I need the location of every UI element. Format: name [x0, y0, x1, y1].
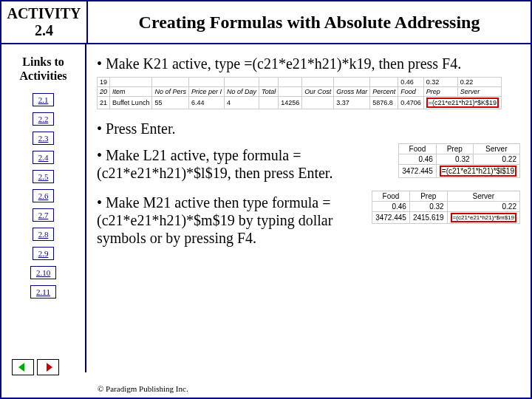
sidebar-item-2-8[interactable]: 2.8: [33, 228, 55, 241]
colhdr: Percent: [370, 87, 398, 97]
sidebar-item-2-11[interactable]: 2.11: [30, 285, 56, 299]
formula-highlight-1: =(c21*e21*h21)*$K$19: [426, 98, 499, 108]
sidebar-item-2-3[interactable]: 2.3: [33, 132, 55, 145]
colhdr: Price per I: [188, 87, 224, 97]
colhdr: Food: [372, 191, 410, 202]
colhdr: Prep: [436, 144, 473, 154]
cell: 0.46: [398, 78, 424, 87]
cell: [302, 97, 334, 109]
cell: 3472.445: [399, 165, 437, 178]
cell: 0.32: [436, 154, 473, 165]
sidebar-item-2-2[interactable]: 2.2: [33, 112, 55, 126]
colhdr: No of Pers: [152, 87, 189, 97]
cell: 0.4706: [398, 97, 424, 109]
cell: 5876.8: [370, 97, 398, 109]
page-title: Creating Formulas with Absolute Addressi…: [88, 1, 531, 43]
colhdr: Prep: [409, 191, 447, 202]
sidebar-item-2-1[interactable]: 2.1: [33, 93, 55, 106]
cell: 0.46: [399, 154, 437, 165]
bullet-3-post: , then press Enter.: [228, 165, 333, 181]
sidebar-item-2-7[interactable]: 2.7: [33, 208, 55, 222]
sidebar-item-2-6[interactable]: 2.6: [33, 189, 55, 202]
cell: 55: [152, 97, 189, 109]
svg-marker-1: [47, 363, 52, 372]
colhdr: Total: [259, 87, 278, 97]
copyright: © Paradigm Publishing Inc.: [98, 384, 188, 393]
colhdr: Our Cost: [302, 87, 334, 97]
bullet-2: • Press Enter.: [97, 120, 520, 137]
cell: 3472.445: [372, 212, 410, 224]
bullet-1-post: , then press F4.: [372, 55, 462, 72]
cell: 0.32: [409, 202, 447, 212]
svg-marker-0: [18, 363, 24, 372]
sidebar-item-2-5[interactable]: 2.5: [33, 170, 55, 183]
spreadsheet-preview-2: Food Prep Server 0.46 0.32 0.22 3472.445…: [398, 143, 520, 178]
body: Links to Activities 2.1 2.2 2.3 2.4 2.5 …: [1, 44, 531, 372]
rownum: 21: [98, 97, 110, 109]
cell: 3.37: [334, 97, 370, 109]
cell: 4: [224, 97, 259, 109]
spreadsheet-preview-3: Food Prep Server 0.46 0.32 0.22 3472.445…: [372, 191, 520, 224]
colhdr: Item: [110, 87, 152, 97]
cell-highlight: =(c21*e21*h21)*$K$19: [423, 97, 501, 109]
spreadsheet-preview-1: 19 0.46 0.32 0.22 20 Item No of Pers Pri…: [97, 77, 502, 109]
cell: [259, 97, 278, 109]
colhdr: No of Day: [224, 87, 259, 97]
arrow-right-icon: [42, 362, 54, 372]
colhdr: [279, 87, 302, 97]
cell-highlight: =(c21*e21*h21)*$l$19: [436, 165, 519, 178]
bullet-3-pre: • Make L21 active, type formula: [97, 147, 293, 163]
arrow-left-icon: [17, 362, 29, 372]
rownum: 20: [98, 87, 110, 97]
cell: 0.22: [473, 154, 519, 165]
cell: 2415.619: [409, 212, 447, 224]
cell: 0.46: [372, 202, 410, 212]
colhdr: Prep: [423, 87, 457, 97]
slide-root: ACTIVITY 2.4 Creating Formulas with Abso…: [0, 0, 532, 399]
colhdr: Food: [398, 87, 424, 97]
rownum: 19: [98, 78, 110, 87]
activity-number: ACTIVITY 2.4: [1, 1, 88, 43]
colhdr: Server: [447, 191, 519, 202]
nav-controls: [12, 359, 59, 375]
cell-highlight: =(c21*e21*h21)*$m$19: [447, 212, 519, 224]
sidebar: Links to Activities 2.1 2.2 2.3 2.4 2.5 …: [1, 44, 86, 372]
formula-highlight-2: =(c21*e21*h21)*$l$19: [440, 166, 516, 177]
cell: 6.44: [188, 97, 224, 109]
cell: 0.22: [447, 202, 519, 212]
next-button[interactable]: [37, 359, 59, 375]
bullet-4: • Make M21 active then type formula =(c2…: [97, 194, 366, 247]
sidebar-item-2-4[interactable]: 2.4: [33, 151, 55, 164]
bullet-4-pre: • Make M21 active then type formula: [97, 194, 322, 211]
bullet-3: • Make L21 active, type formula =(c21*e2…: [97, 146, 392, 182]
prev-button[interactable]: [12, 359, 34, 375]
bullet-1-formula: =(c21*e21*h21)*k19: [244, 55, 371, 72]
main-content: • Make K21 active, type =(c21*e21*h21)*k…: [86, 44, 531, 372]
sidebar-title: Links to Activities: [1, 52, 85, 90]
cell: 14256: [279, 97, 302, 109]
colhdr: Server: [473, 144, 519, 154]
colhdr: Food: [399, 144, 437, 154]
formula-highlight-3: =(c21*e21*h21)*$m$19: [451, 213, 516, 222]
colhdr: Server: [457, 87, 501, 97]
bullet-1-pre: • Make K21 active, type: [97, 55, 244, 72]
sidebar-item-2-10[interactable]: 2.10: [30, 266, 56, 279]
sidebar-item-2-9[interactable]: 2.9: [33, 247, 55, 260]
cell: 0.22: [457, 78, 501, 87]
cell: Buffet Lunch: [110, 97, 152, 109]
header: ACTIVITY 2.4 Creating Formulas with Abso…: [1, 1, 531, 44]
cell: 0.32: [423, 78, 457, 87]
colhdr: Gross Mar: [334, 87, 370, 97]
bullet-1: • Make K21 active, type =(c21*e21*h21)*k…: [97, 55, 520, 72]
